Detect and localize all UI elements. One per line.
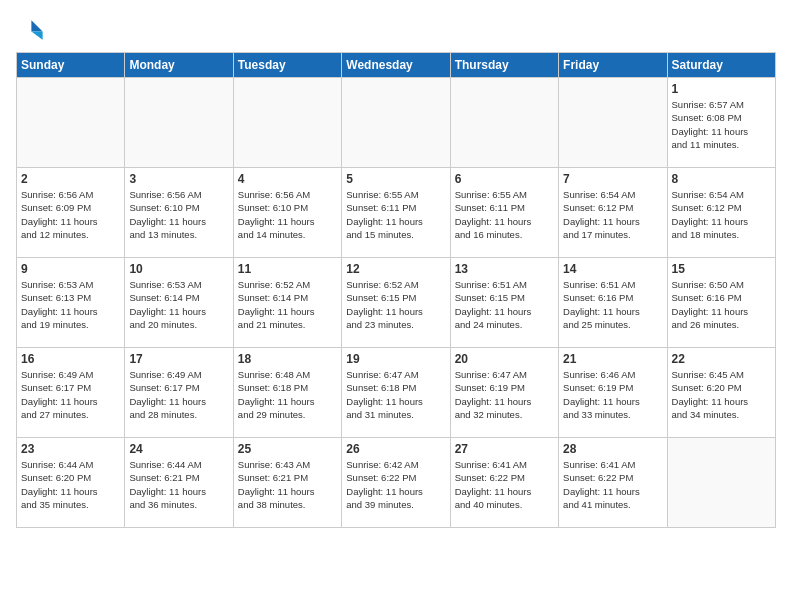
day-cell: 24Sunrise: 6:44 AM Sunset: 6:21 PM Dayli… <box>125 438 233 528</box>
week-row-4: 16Sunrise: 6:49 AM Sunset: 6:17 PM Dayli… <box>17 348 776 438</box>
day-cell: 25Sunrise: 6:43 AM Sunset: 6:21 PM Dayli… <box>233 438 341 528</box>
day-number: 28 <box>563 442 662 456</box>
calendar-body: 1Sunrise: 6:57 AM Sunset: 6:08 PM Daylig… <box>17 78 776 528</box>
day-number: 6 <box>455 172 554 186</box>
day-info: Sunrise: 6:44 AM Sunset: 6:21 PM Dayligh… <box>129 458 228 511</box>
week-row-3: 9Sunrise: 6:53 AM Sunset: 6:13 PM Daylig… <box>17 258 776 348</box>
day-cell: 9Sunrise: 6:53 AM Sunset: 6:13 PM Daylig… <box>17 258 125 348</box>
day-info: Sunrise: 6:56 AM Sunset: 6:10 PM Dayligh… <box>238 188 337 241</box>
day-cell: 1Sunrise: 6:57 AM Sunset: 6:08 PM Daylig… <box>667 78 775 168</box>
day-cell <box>342 78 450 168</box>
day-cell: 22Sunrise: 6:45 AM Sunset: 6:20 PM Dayli… <box>667 348 775 438</box>
day-number: 22 <box>672 352 771 366</box>
day-number: 14 <box>563 262 662 276</box>
day-cell: 15Sunrise: 6:50 AM Sunset: 6:16 PM Dayli… <box>667 258 775 348</box>
day-cell: 4Sunrise: 6:56 AM Sunset: 6:10 PM Daylig… <box>233 168 341 258</box>
day-info: Sunrise: 6:57 AM Sunset: 6:08 PM Dayligh… <box>672 98 771 151</box>
day-cell <box>450 78 558 168</box>
day-cell: 16Sunrise: 6:49 AM Sunset: 6:17 PM Dayli… <box>17 348 125 438</box>
day-cell: 3Sunrise: 6:56 AM Sunset: 6:10 PM Daylig… <box>125 168 233 258</box>
day-cell <box>17 78 125 168</box>
weekday-tuesday: Tuesday <box>233 53 341 78</box>
day-cell: 19Sunrise: 6:47 AM Sunset: 6:18 PM Dayli… <box>342 348 450 438</box>
day-number: 24 <box>129 442 228 456</box>
day-info: Sunrise: 6:53 AM Sunset: 6:13 PM Dayligh… <box>21 278 120 331</box>
day-cell: 17Sunrise: 6:49 AM Sunset: 6:17 PM Dayli… <box>125 348 233 438</box>
day-info: Sunrise: 6:55 AM Sunset: 6:11 PM Dayligh… <box>455 188 554 241</box>
day-cell: 14Sunrise: 6:51 AM Sunset: 6:16 PM Dayli… <box>559 258 667 348</box>
day-info: Sunrise: 6:51 AM Sunset: 6:16 PM Dayligh… <box>563 278 662 331</box>
weekday-saturday: Saturday <box>667 53 775 78</box>
day-info: Sunrise: 6:42 AM Sunset: 6:22 PM Dayligh… <box>346 458 445 511</box>
day-cell: 28Sunrise: 6:41 AM Sunset: 6:22 PM Dayli… <box>559 438 667 528</box>
day-info: Sunrise: 6:44 AM Sunset: 6:20 PM Dayligh… <box>21 458 120 511</box>
svg-marker-0 <box>31 20 42 31</box>
week-row-1: 1Sunrise: 6:57 AM Sunset: 6:08 PM Daylig… <box>17 78 776 168</box>
day-info: Sunrise: 6:41 AM Sunset: 6:22 PM Dayligh… <box>455 458 554 511</box>
day-info: Sunrise: 6:49 AM Sunset: 6:17 PM Dayligh… <box>129 368 228 421</box>
day-number: 17 <box>129 352 228 366</box>
day-number: 8 <box>672 172 771 186</box>
weekday-sunday: Sunday <box>17 53 125 78</box>
day-number: 11 <box>238 262 337 276</box>
day-number: 27 <box>455 442 554 456</box>
day-info: Sunrise: 6:50 AM Sunset: 6:16 PM Dayligh… <box>672 278 771 331</box>
day-info: Sunrise: 6:56 AM Sunset: 6:10 PM Dayligh… <box>129 188 228 241</box>
day-cell <box>667 438 775 528</box>
day-info: Sunrise: 6:51 AM Sunset: 6:15 PM Dayligh… <box>455 278 554 331</box>
day-number: 2 <box>21 172 120 186</box>
day-info: Sunrise: 6:43 AM Sunset: 6:21 PM Dayligh… <box>238 458 337 511</box>
svg-marker-1 <box>31 31 42 39</box>
day-cell: 5Sunrise: 6:55 AM Sunset: 6:11 PM Daylig… <box>342 168 450 258</box>
page-header <box>16 16 776 44</box>
logo-icon <box>16 16 44 44</box>
weekday-thursday: Thursday <box>450 53 558 78</box>
week-row-2: 2Sunrise: 6:56 AM Sunset: 6:09 PM Daylig… <box>17 168 776 258</box>
day-info: Sunrise: 6:48 AM Sunset: 6:18 PM Dayligh… <box>238 368 337 421</box>
day-info: Sunrise: 6:53 AM Sunset: 6:14 PM Dayligh… <box>129 278 228 331</box>
day-cell: 6Sunrise: 6:55 AM Sunset: 6:11 PM Daylig… <box>450 168 558 258</box>
day-info: Sunrise: 6:46 AM Sunset: 6:19 PM Dayligh… <box>563 368 662 421</box>
day-number: 5 <box>346 172 445 186</box>
day-cell: 21Sunrise: 6:46 AM Sunset: 6:19 PM Dayli… <box>559 348 667 438</box>
calendar: SundayMondayTuesdayWednesdayThursdayFrid… <box>16 52 776 528</box>
weekday-monday: Monday <box>125 53 233 78</box>
day-number: 19 <box>346 352 445 366</box>
weekday-wednesday: Wednesday <box>342 53 450 78</box>
day-cell <box>559 78 667 168</box>
day-cell: 13Sunrise: 6:51 AM Sunset: 6:15 PM Dayli… <box>450 258 558 348</box>
day-cell: 10Sunrise: 6:53 AM Sunset: 6:14 PM Dayli… <box>125 258 233 348</box>
day-cell <box>125 78 233 168</box>
day-info: Sunrise: 6:45 AM Sunset: 6:20 PM Dayligh… <box>672 368 771 421</box>
day-number: 16 <box>21 352 120 366</box>
day-number: 12 <box>346 262 445 276</box>
day-number: 15 <box>672 262 771 276</box>
day-number: 23 <box>21 442 120 456</box>
day-cell: 20Sunrise: 6:47 AM Sunset: 6:19 PM Dayli… <box>450 348 558 438</box>
day-number: 1 <box>672 82 771 96</box>
day-number: 25 <box>238 442 337 456</box>
day-info: Sunrise: 6:54 AM Sunset: 6:12 PM Dayligh… <box>563 188 662 241</box>
day-cell: 7Sunrise: 6:54 AM Sunset: 6:12 PM Daylig… <box>559 168 667 258</box>
weekday-header: SundayMondayTuesdayWednesdayThursdayFrid… <box>17 53 776 78</box>
day-info: Sunrise: 6:47 AM Sunset: 6:19 PM Dayligh… <box>455 368 554 421</box>
day-number: 9 <box>21 262 120 276</box>
day-info: Sunrise: 6:56 AM Sunset: 6:09 PM Dayligh… <box>21 188 120 241</box>
day-info: Sunrise: 6:54 AM Sunset: 6:12 PM Dayligh… <box>672 188 771 241</box>
logo <box>16 16 48 44</box>
day-cell: 27Sunrise: 6:41 AM Sunset: 6:22 PM Dayli… <box>450 438 558 528</box>
day-cell: 8Sunrise: 6:54 AM Sunset: 6:12 PM Daylig… <box>667 168 775 258</box>
day-info: Sunrise: 6:52 AM Sunset: 6:15 PM Dayligh… <box>346 278 445 331</box>
day-info: Sunrise: 6:55 AM Sunset: 6:11 PM Dayligh… <box>346 188 445 241</box>
day-info: Sunrise: 6:52 AM Sunset: 6:14 PM Dayligh… <box>238 278 337 331</box>
day-number: 13 <box>455 262 554 276</box>
day-cell: 18Sunrise: 6:48 AM Sunset: 6:18 PM Dayli… <box>233 348 341 438</box>
day-number: 10 <box>129 262 228 276</box>
day-number: 21 <box>563 352 662 366</box>
day-number: 26 <box>346 442 445 456</box>
day-cell: 12Sunrise: 6:52 AM Sunset: 6:15 PM Dayli… <box>342 258 450 348</box>
day-number: 4 <box>238 172 337 186</box>
day-info: Sunrise: 6:47 AM Sunset: 6:18 PM Dayligh… <box>346 368 445 421</box>
day-cell: 23Sunrise: 6:44 AM Sunset: 6:20 PM Dayli… <box>17 438 125 528</box>
day-cell <box>233 78 341 168</box>
